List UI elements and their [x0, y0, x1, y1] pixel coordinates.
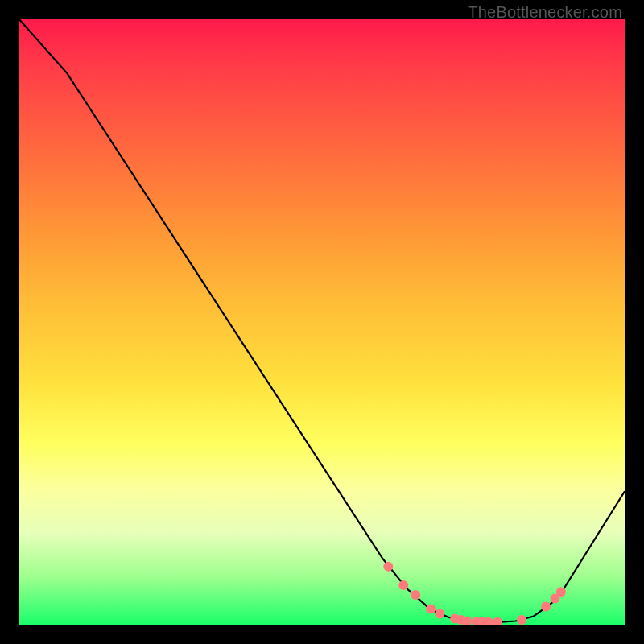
chart-svg	[19, 19, 625, 625]
data-point	[411, 590, 420, 600]
data-point	[426, 604, 436, 613]
data-point	[383, 562, 393, 572]
data-point	[435, 609, 444, 618]
data-point	[541, 601, 551, 611]
chart-area	[19, 19, 625, 625]
data-point	[556, 587, 566, 597]
curve-line	[19, 19, 625, 622]
data-point	[493, 617, 502, 625]
data-point	[517, 615, 526, 625]
data-point	[398, 580, 408, 590]
